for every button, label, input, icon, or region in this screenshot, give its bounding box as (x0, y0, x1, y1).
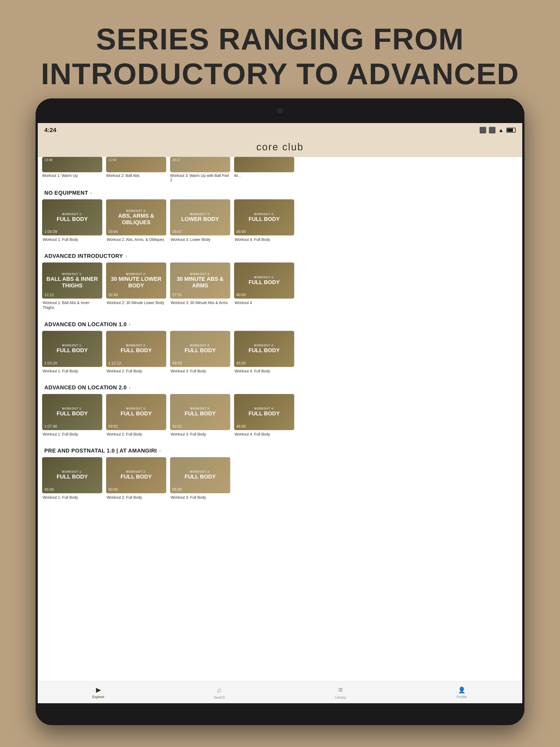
workout-card-3-1[interactable]: WORKOUT 2: FULL BODY 59:52 Workout 2: Fu… (106, 394, 166, 437)
card-workout-title-1-2: 30 MINUTE ABS & ARMS (170, 276, 230, 289)
workout-card-2-1[interactable]: WORKOUT 2: FULL BODY 1:12:12 Workout 2: … (106, 331, 166, 374)
section-header-3[interactable]: ADVANCED ON LOCATION 2.0 › (38, 379, 522, 394)
sections-container: NO EQUIPMENT › WORKOUT 1: FULL BODY 1:00… (38, 184, 522, 505)
section-header-0[interactable]: NO EQUIPMENT › (38, 184, 522, 199)
card-workout-num-2-2: WORKOUT 3: (190, 344, 210, 347)
workout-card-2-2[interactable]: WORKOUT 3: FULL BODY 59:33 Workout 3: Fu… (170, 331, 230, 374)
card-workout-title-2-1: FULL BODY (118, 347, 154, 354)
card-label-1-3: Workout 4 (234, 300, 294, 305)
section-arrow-3: › (129, 385, 130, 390)
section-arrow-0: › (90, 190, 92, 196)
partial-label-1: Workout 2: Ball Abs (106, 173, 166, 178)
partial-card-0[interactable]: 13:48 Workout 1: Warm Up (42, 157, 102, 182)
workout-card-1-2[interactable]: WORKOUT 3: 30 MINUTE ABS & ARMS 27:31 Wo… (170, 262, 230, 310)
card-label-1-2: Workout 3: 30 Minute Abs & Arms (170, 300, 230, 305)
partial-card-1[interactable]: 11:50 Workout 2: Ball Abs (106, 157, 166, 182)
card-duration-0-0: 1:00:39 (44, 229, 57, 234)
workout-card-4-1[interactable]: WORKOUT 2: FULL BODY 50:00 Workout 2: Fu… (106, 457, 166, 500)
partial-card-3[interactable]: W... (234, 157, 294, 182)
section-title-2: ADVANCED ON LOCATION 1.0 (44, 321, 127, 328)
partial-thumbnail-1: 11:50 (106, 157, 166, 172)
card-thumbnail-4-2: WORKOUT 3: FULL BODY 55:00 (170, 457, 230, 493)
status-icons: ▲ (480, 127, 516, 133)
explore-label: Explore (92, 695, 104, 699)
card-duration-1-3: 40:00 (236, 292, 246, 297)
card-workout-title-3-3: FULL BODY (246, 410, 282, 417)
card-thumbnail-3-0: WORKOUT 1: FULL BODY 1:07:48 (42, 394, 102, 430)
card-duration-4-1: 50:00 (108, 487, 118, 492)
cards-row-3: WORKOUT 1: FULL BODY 1:07:48 Workout 1: … (38, 394, 522, 437)
card-label-0-2: Workout 3: Lower Body (170, 237, 230, 242)
section-title-0: NO EQUIPMENT (44, 190, 88, 196)
card-workout-title-2-2: FULL BODY (182, 347, 219, 354)
workout-card-4-0[interactable]: WORKOUT 1: FULL BODY 45:00 Workout 1: Fu… (42, 457, 102, 500)
card-thumbnail-1-2: WORKOUT 3: 30 MINUTE ABS & ARMS 27:31 (170, 262, 230, 299)
nav-profile[interactable]: Profile (401, 686, 522, 699)
workout-card-0-0[interactable]: WORKOUT 1: FULL BODY 1:00:39 Workout 1: … (42, 199, 102, 242)
section-arrow-2: › (129, 321, 130, 327)
card-label-2-0: Workout 1: Full Body (42, 368, 102, 374)
workout-card-0-1[interactable]: WORKOUT 2: ABS, ARMS & OBLIQUES 33:04 Wo… (106, 199, 166, 242)
nav-search[interactable]: Search (159, 686, 280, 699)
card-thumbnail-0-3: WORKOUT 4: FULL BODY 45:00 (234, 199, 294, 235)
section-header-2[interactable]: ADVANCED ON LOCATION 1.0 › (38, 316, 522, 331)
card-duration-1-0: 12:12 (44, 292, 54, 297)
partial-thumbnail-3 (234, 157, 294, 172)
card-thumbnail-2-1: WORKOUT 2: FULL BODY 1:12:12 (106, 331, 166, 367)
settings-icon (489, 127, 495, 133)
workout-card-0-3[interactable]: WORKOUT 4: FULL BODY 45:00 Workout 4: Fu… (234, 199, 294, 242)
section-header-4[interactable]: PRE AND POSTNATAL 1.0 | AT AMANGIRI › (38, 442, 522, 457)
battery-icon (506, 128, 516, 133)
card-workout-num-3-1: WORKOUT 2: (126, 407, 146, 410)
cards-row-4: WORKOUT 1: FULL BODY 45:00 Workout 1: Fu… (38, 457, 522, 500)
workout-card-2-3[interactable]: WORKOUT 4: FULL BODY 45:00 Workout 4: Fu… (234, 331, 294, 374)
card-duration-2-3: 45:00 (236, 361, 246, 365)
card-workout-title-4-1: FULL BODY (118, 473, 154, 480)
cards-row-1: WORKOUT 1: BALL ABS & INNER THIGHS 12:12… (38, 262, 522, 310)
workout-card-3-0[interactable]: WORKOUT 1: FULL BODY 1:07:48 Workout 1: … (42, 394, 102, 437)
cards-row-0: WORKOUT 1: FULL BODY 1:00:39 Workout 1: … (38, 199, 522, 242)
card-duration-2-2: 59:33 (172, 361, 182, 365)
card-duration-3-3: 48:00 (236, 424, 246, 429)
bottom-nav: Explore Search Library Profile (38, 681, 522, 703)
card-thumbnail-2-2: WORKOUT 3: FULL BODY 59:33 (170, 331, 230, 367)
card-workout-num-3-2: WORKOUT 3: (190, 407, 210, 410)
section-arrow-1: › (125, 253, 127, 259)
card-duration-0-3: 45:00 (236, 229, 246, 234)
card-workout-num-4-2: WORKOUT 3: (190, 470, 210, 473)
workout-card-1-0[interactable]: WORKOUT 1: BALL ABS & INNER THIGHS 12:12… (42, 262, 102, 310)
content-area[interactable]: 13:48 Workout 1: Warm Up 11:50 Workout 2… (38, 157, 522, 681)
library-label: Library (335, 695, 346, 699)
page-headline: SERIES RANGING FROM INTRODUCTORY TO ADVA… (0, 0, 560, 107)
tablet-camera (278, 108, 282, 113)
card-thumbnail-0-1: WORKOUT 2: ABS, ARMS & OBLIQUES 33:04 (106, 199, 166, 235)
card-workout-title-1-1: 30 MINUTE LOWER BODY (106, 276, 166, 289)
card-thumbnail-1-3: WORKOUT 4: FULL BODY 40:00 (234, 262, 294, 299)
card-thumbnail-3-3: WORKOUT 4: FULL BODY 48:00 (234, 394, 294, 430)
card-workout-num-0-2: WORKOUT 3: (190, 213, 210, 216)
workout-card-3-3[interactable]: WORKOUT 4: FULL BODY 48:00 Workout 4: Fu… (234, 394, 294, 437)
card-workout-title-0-0: FULL BODY (54, 216, 91, 222)
partial-card-2[interactable]: 10:17 Workout 3: Warm Up with Ball Part … (170, 157, 230, 182)
workout-card-2-0[interactable]: WORKOUT 1: FULL BODY 1:03:20 Workout 1: … (42, 331, 102, 374)
card-workout-title-1-3: FULL BODY (246, 279, 282, 285)
workout-card-4-2[interactable]: WORKOUT 3: FULL BODY 55:00 Workout 3: Fu… (170, 457, 230, 500)
tablet-screen: 4:24 ▲ core club 13:48 Workout 1: Warm U… (38, 123, 522, 703)
partial-label-0: Workout 1: Warm Up (42, 173, 102, 178)
nav-explore[interactable]: Explore (38, 686, 159, 699)
card-workout-title-3-0: FULL BODY (54, 410, 91, 417)
card-workout-num-3-0: WORKOUT 1: (62, 407, 82, 410)
workout-card-0-2[interactable]: WORKOUT 3: LOWER BODY 39:47 Workout 3: L… (170, 199, 230, 242)
workout-card-3-2[interactable]: WORKOUT 3: FULL BODY 52:01 Workout 3: Fu… (170, 394, 230, 437)
card-workout-title-4-2: FULL BODY (182, 473, 219, 480)
card-duration-4-0: 45:00 (44, 487, 54, 492)
workout-card-1-1[interactable]: WORKOUT 2: 30 MINUTE LOWER BODY 32:48 Wo… (106, 262, 166, 310)
nav-library[interactable]: Library (280, 686, 401, 699)
card-workout-title-0-3: FULL BODY (246, 216, 282, 222)
cards-row-2: WORKOUT 1: FULL BODY 1:03:20 Workout 1: … (38, 331, 522, 374)
card-workout-title-4-0: FULL BODY (54, 473, 91, 480)
section-title-4: PRE AND POSTNATAL 1.0 | AT AMANGIRI (44, 447, 157, 454)
workout-card-1-3[interactable]: WORKOUT 4: FULL BODY 40:00 Workout 4 (234, 262, 294, 310)
section-header-1[interactable]: ADVANCED INTRODUCTORY › (38, 248, 522, 262)
section-title-3: ADVANCED ON LOCATION 2.0 (44, 384, 127, 391)
